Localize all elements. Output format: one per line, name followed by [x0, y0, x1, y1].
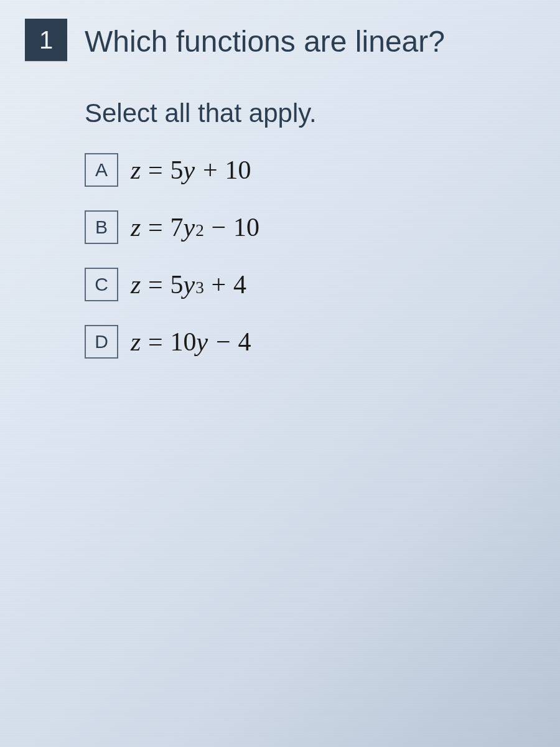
option-c[interactable]: C z = 5y3 + 4	[85, 268, 535, 301]
question-number-badge: 1	[25, 19, 67, 61]
option-equation: z = 5y + 10	[131, 155, 251, 185]
option-a[interactable]: A z = 5y + 10	[85, 153, 535, 187]
equals-sign: =	[141, 212, 170, 242]
operator: −	[204, 212, 233, 242]
rhs-var: y	[184, 155, 195, 185]
option-b[interactable]: B z = 7y2 − 10	[85, 210, 535, 244]
option-equation: z = 5y3 + 4	[131, 270, 246, 299]
lhs-var: z	[131, 327, 141, 357]
constant: 4	[238, 327, 251, 357]
rhs-var: y	[184, 270, 195, 299]
equals-sign: =	[141, 155, 170, 185]
equals-sign: =	[141, 270, 170, 299]
coef: 7	[170, 212, 184, 242]
coef: 10	[170, 327, 197, 357]
question-number: 1	[39, 26, 53, 54]
question-header: 1 Which functions are linear?	[25, 19, 535, 61]
lhs-var: z	[131, 155, 141, 185]
constant: 10	[233, 212, 259, 242]
option-letter: B	[95, 217, 108, 238]
lhs-var: z	[131, 270, 141, 299]
constant: 10	[225, 155, 251, 185]
lhs-var: z	[131, 212, 141, 242]
rhs-var: y	[197, 327, 208, 357]
coef: 5	[170, 270, 184, 299]
option-equation: z = 10y − 4	[131, 327, 251, 357]
rhs-var: y	[184, 212, 195, 242]
question-text: Which functions are linear?	[85, 19, 445, 60]
coef: 5	[170, 155, 184, 185]
question-instruction: Select all that apply.	[85, 98, 535, 128]
option-equation: z = 7y2 − 10	[131, 212, 259, 242]
option-letter-box[interactable]: C	[85, 268, 118, 301]
option-letter-box[interactable]: A	[85, 153, 118, 187]
option-letter: A	[95, 159, 108, 181]
options-list: A z = 5y + 10 B z = 7y2 − 10 C z = 5y3 +	[85, 153, 535, 359]
operator: +	[204, 270, 233, 299]
option-letter-box[interactable]: B	[85, 210, 118, 244]
option-letter: D	[95, 331, 108, 352]
option-letter-box[interactable]: D	[85, 325, 118, 359]
constant: 4	[233, 270, 246, 299]
equals-sign: =	[141, 327, 170, 357]
operator: −	[208, 327, 238, 357]
option-d[interactable]: D z = 10y − 4	[85, 325, 535, 359]
option-letter: C	[95, 274, 108, 295]
operator: +	[195, 155, 225, 185]
